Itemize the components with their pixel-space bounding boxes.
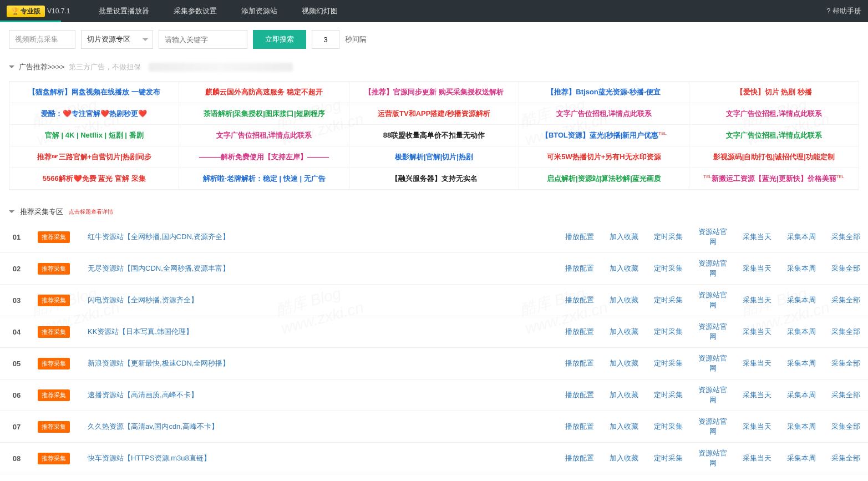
action-link-5[interactable]: 采集本周 (787, 422, 816, 431)
ad-link[interactable]: 文字广告位招租,详情点此联系 (519, 103, 689, 125)
action-link-0[interactable]: 播放配置 (565, 296, 594, 304)
action-link-4[interactable]: 采集当天 (743, 264, 771, 272)
action-link-3[interactable]: 资源站官网 (698, 354, 727, 372)
ad-section-header[interactable]: 广告推荐>>>> 第三方广告，不做担保 (0, 57, 868, 78)
ad-link[interactable]: 影视源码|自助打包|诚招代理|功能定制 (689, 146, 859, 168)
ad-link[interactable]: 【推荐】官源同步更新 购买采集授权送解析 (349, 82, 519, 103)
action-link-1[interactable]: 加入收藏 (610, 391, 638, 399)
ad-link[interactable]: 麒麟云国外高防高速服务 稳定不超开 (179, 82, 349, 103)
ad-link[interactable]: 5566解析❤️免费 蓝光 官解 采集 (9, 168, 179, 190)
ad-link[interactable]: 启点解析|资源站|算法秒解|蓝光画质 (519, 168, 689, 190)
action-link-6[interactable]: 采集全部 (831, 454, 860, 462)
ad-link[interactable]: 【融兴服务器】支持无实名 (349, 168, 519, 190)
action-link-5[interactable]: 采集本周 (787, 327, 816, 336)
interval-input[interactable] (312, 30, 339, 49)
action-link-2[interactable]: 定时采集 (654, 359, 683, 367)
action-link-5[interactable]: 采集本周 (787, 454, 816, 462)
ad-link[interactable]: 文字广告位招租,详情点此联系 (689, 103, 859, 125)
ad-link[interactable]: 运营版TV和APP搭建/秒播资源解析 (349, 103, 519, 125)
action-link-3[interactable]: 资源站官网 (698, 291, 727, 309)
ad-link[interactable]: 【BTOL资源】蓝光|秒播|新用户优惠TEL (519, 125, 689, 146)
ad-link[interactable]: 茶语解析|采集授权|图床接口|短剧程序 (179, 103, 349, 125)
action-link-1[interactable]: 加入收藏 (610, 422, 638, 431)
action-link-5[interactable]: 采集本周 (787, 264, 816, 272)
resource-link[interactable]: 闪电资源站【全网秒播,资源齐全】 (88, 296, 198, 304)
action-link-6[interactable]: 采集全部 (831, 422, 860, 431)
action-link-4[interactable]: 采集当天 (743, 422, 771, 431)
action-link-6[interactable]: 采集全部 (831, 232, 860, 241)
ad-link[interactable]: 爱酷：❤️专注官解❤️热剧秒更❤️ (9, 103, 179, 125)
ad-link[interactable]: 推荐☞三路官解+自营切片|热剧同步 (9, 146, 179, 168)
resource-link[interactable]: 久久热资源【高清av,国内cdn,高峰不卡】 (88, 422, 219, 431)
action-link-3[interactable]: 资源站官网 (698, 386, 727, 404)
action-link-4[interactable]: 采集当天 (743, 232, 771, 241)
list-section-header[interactable]: 推荐采集专区 点击标题查看详情 (0, 199, 868, 221)
mode-input[interactable]: 视频断点采集 (9, 30, 75, 49)
resource-link[interactable]: KK资源站【日本写真,韩国伦理】 (88, 327, 193, 336)
resource-link[interactable]: 红牛资源站【全网秒播,国内CDN,资源齐全】 (88, 232, 230, 241)
ad-link[interactable]: 文字广告位招租,详情点此联系 (689, 125, 859, 146)
action-link-5[interactable]: 采集本周 (787, 296, 816, 304)
action-link-2[interactable]: 定时采集 (654, 296, 683, 304)
action-link-5[interactable]: 采集本周 (787, 391, 816, 399)
action-link-6[interactable]: 采集全部 (831, 359, 860, 367)
action-link-3[interactable]: 资源站官网 (698, 417, 727, 436)
action-link-2[interactable]: 定时采集 (654, 454, 683, 462)
ad-link[interactable]: 【猫盘解析】网盘视频在线播放 一键发布 (9, 82, 179, 103)
ad-link[interactable]: 【推荐】Btjson蓝光资源-秒播-便宜 (519, 82, 689, 103)
ad-link[interactable]: 解析啦-老牌解析：稳定 | 快速 | 无广告 (179, 168, 349, 190)
resource-link[interactable]: 无尽资源站【国内CDN,全网秒播,资源丰富】 (88, 264, 230, 272)
category-select[interactable]: 切片资源专区 (81, 30, 153, 49)
action-link-6[interactable]: 采集全部 (831, 327, 860, 336)
resource-link[interactable]: 快车资源站【HTTPS资源,m3u8直链】 (88, 454, 211, 462)
action-link-1[interactable]: 加入收藏 (610, 296, 638, 304)
ad-link[interactable]: 【爱快】切片 热剧 秒播 (689, 82, 859, 103)
nav-batch-player[interactable]: 批量设置播放器 (87, 0, 161, 22)
nav-add-source[interactable]: 添加资源站 (229, 0, 290, 22)
action-link-4[interactable]: 采集当天 (743, 296, 771, 304)
ad-link[interactable]: 88联盟收量高单价不扣量无动作 (349, 125, 519, 146)
action-link-4[interactable]: 采集当天 (743, 327, 771, 336)
action-link-6[interactable]: 采集全部 (831, 264, 860, 272)
action-link-6[interactable]: 采集全部 (831, 391, 860, 399)
resource-link[interactable]: 速播资源站【高清画质,高峰不卡】 (88, 391, 198, 399)
action-link-1[interactable]: 加入收藏 (610, 264, 638, 272)
help-manual-link[interactable]: 帮助手册 (826, 6, 861, 16)
ad-link[interactable]: ———解析免费使用【支持左岸】——— (179, 146, 349, 168)
action-link-0[interactable]: 播放配置 (565, 359, 594, 367)
nav-collect-params[interactable]: 采集参数设置 (161, 0, 229, 22)
ad-link[interactable]: 官解 | 4K | Netflix | 短剧 | 番剧 (9, 125, 179, 146)
action-link-2[interactable]: 定时采集 (654, 327, 683, 336)
action-link-2[interactable]: 定时采集 (654, 264, 683, 272)
action-link-1[interactable]: 加入收藏 (610, 327, 638, 336)
ad-link[interactable]: 文字广告位招租,详情点此联系 (179, 125, 349, 146)
action-link-2[interactable]: 定时采集 (654, 232, 683, 241)
action-link-1[interactable]: 加入收藏 (610, 359, 638, 367)
nav-video-slide[interactable]: 视频幻灯图 (290, 0, 350, 22)
search-button[interactable]: 立即搜索 (253, 30, 306, 49)
resource-link[interactable]: 新浪资源站【更新最快,极速CDN,全网秒播】 (88, 359, 230, 367)
keyword-input[interactable] (159, 30, 247, 49)
action-link-1[interactable]: 加入收藏 (610, 232, 638, 241)
action-link-4[interactable]: 采集当天 (743, 454, 771, 462)
action-link-0[interactable]: 播放配置 (565, 391, 594, 399)
action-link-0[interactable]: 播放配置 (565, 327, 594, 336)
action-link-4[interactable]: 采集当天 (743, 391, 771, 399)
action-link-3[interactable]: 资源站官网 (698, 449, 727, 467)
action-link-2[interactable]: 定时采集 (654, 391, 683, 399)
ad-link[interactable]: 极影解析|官解|切片|热剧 (349, 146, 519, 168)
action-link-4[interactable]: 采集当天 (743, 359, 771, 367)
action-link-0[interactable]: 播放配置 (565, 422, 594, 431)
action-link-3[interactable]: 资源站官网 (698, 227, 727, 246)
action-link-0[interactable]: 播放配置 (565, 454, 594, 462)
action-link-0[interactable]: 播放配置 (565, 264, 594, 272)
action-link-5[interactable]: 采集本周 (787, 232, 816, 241)
action-link-1[interactable]: 加入收藏 (610, 454, 638, 462)
ad-link[interactable]: TEL新搬运工资源【蓝光|更新快】价格美丽TEL (689, 168, 859, 190)
action-link-0[interactable]: 播放配置 (565, 232, 594, 241)
action-link-6[interactable]: 采集全部 (831, 296, 860, 304)
action-link-2[interactable]: 定时采集 (654, 422, 683, 431)
ad-link[interactable]: 可米5W热播切片+另有H无水印资源 (519, 146, 689, 168)
action-link-5[interactable]: 采集本周 (787, 359, 816, 367)
action-link-3[interactable]: 资源站官网 (698, 322, 727, 341)
